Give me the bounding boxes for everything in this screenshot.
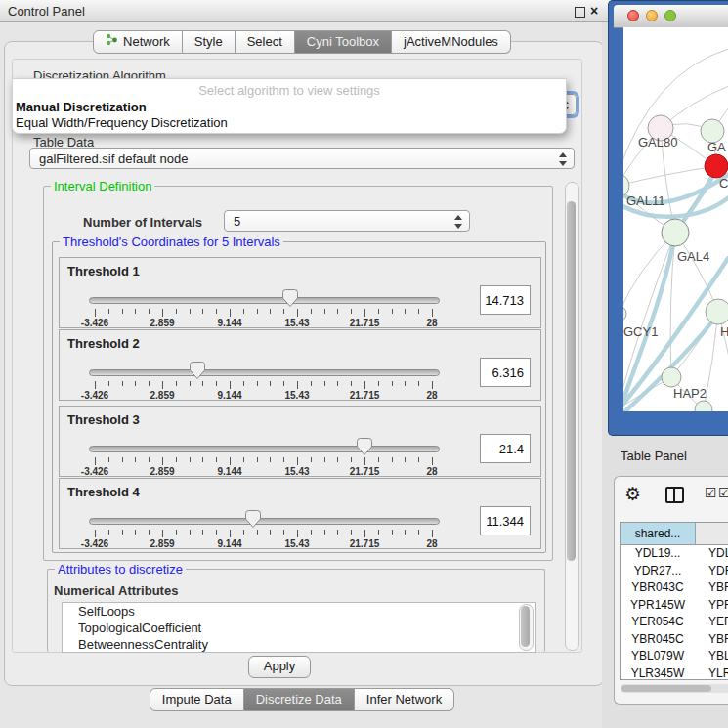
- node-label-gal11: GAL11: [626, 193, 665, 208]
- interval-definition-title: Interval Definition: [51, 179, 154, 193]
- slider-scale: -3.4262.8599.14415.4321.71528: [95, 381, 432, 399]
- network-window: GAL80 GA C GAL11 GAL4 GCY1 H HAP2: [608, 0, 728, 436]
- node-label-ga-clipped: GA: [707, 140, 726, 154]
- node-gal4[interactable]: [662, 219, 689, 246]
- node-right-h[interactable]: [706, 299, 728, 324]
- table-row[interactable]: YBL079WYBL0: [621, 648, 728, 665]
- slider-track: [89, 518, 440, 525]
- node-red-selected[interactable]: [705, 154, 728, 178]
- node-table[interactable]: shared... n YDL19...YDL1 YDR27...YDR2 YB…: [620, 522, 728, 680]
- threshold-2-label: Threshold 2: [67, 336, 140, 351]
- slider-scale: -3.4262.8599.14415.4321.71528: [95, 457, 432, 475]
- apply-button[interactable]: Apply: [248, 656, 311, 678]
- thresholds-title: Threshold's Coordinates for 5 Intervals: [60, 235, 283, 249]
- network-canvas[interactable]: GAL80 GA C GAL11 GAL4 GCY1 H HAP2: [623, 27, 728, 411]
- tab-infer-network[interactable]: Infer Network: [355, 688, 454, 711]
- gear-icon[interactable]: ⚙: [624, 483, 641, 505]
- node-bottom[interactable]: [695, 401, 712, 411]
- dropdown-hint: Select algorithm to view settings: [13, 83, 566, 98]
- table-data-combobox[interactable]: galFiltered.sif default node: [29, 148, 575, 169]
- list-item[interactable]: BetweennessCentrality: [63, 636, 535, 653]
- interval-definition-group: Interval Definition Number of Intervals …: [43, 186, 553, 561]
- number-of-intervals-combobox[interactable]: 5: [224, 210, 470, 232]
- node-label-gcy1: GCY1: [623, 324, 658, 339]
- split-columns-icon[interactable]: [665, 487, 684, 503]
- threshold-3-slider[interactable]: -3.4262.8599.14415.4321.71528: [89, 442, 438, 475]
- node-gcy1[interactable]: [623, 306, 626, 321]
- table-row[interactable]: YDL19...YDL1: [621, 545, 728, 563]
- threshold-3-panel: Threshold 3 -3.4262.8599.14415.4321.7152…: [59, 406, 541, 477]
- dropdown-option-manual[interactable]: Manual Discretization: [16, 100, 147, 114]
- attributes-group: Attributes to discretize Numerical Attri…: [47, 569, 545, 652]
- checkbox-icon[interactable]: ☑: [718, 485, 728, 500]
- node-label-gal4: GAL4: [677, 249, 709, 264]
- slider-thumb[interactable]: [357, 438, 372, 455]
- tab-select[interactable]: Select: [236, 30, 295, 54]
- zoom-traffic-light-icon[interactable]: [664, 10, 676, 21]
- bottom-tab-bar: Impute Data Discretize Data Infer Networ…: [0, 688, 604, 711]
- numerical-attributes-list[interactable]: SelfLoops TopologicalCoefficient Between…: [62, 602, 536, 653]
- number-of-intervals-value: 5: [234, 214, 240, 229]
- algorithm-dropdown-popup: Select algorithm to view settings Manual…: [12, 78, 567, 134]
- node-hap2[interactable]: [662, 367, 681, 387]
- tab-style[interactable]: Style: [183, 30, 236, 54]
- threshold-4-value-input[interactable]: [480, 506, 531, 535]
- tab-label: Style: [194, 31, 223, 53]
- threshold-2-slider[interactable]: -3.4262.8599.14415.4321.71528: [89, 365, 438, 399]
- dropdown-option-equal-width[interactable]: Equal Width/Frequency Discretization: [16, 115, 228, 130]
- threshold-1-panel: Threshold 1 -3.4262.8599.14415.4321.7152…: [59, 257, 541, 328]
- number-of-intervals-label: Number of Intervals: [83, 215, 202, 230]
- tab-cyni-toolbox[interactable]: Cyni Toolbox: [295, 30, 392, 54]
- slider-thumb[interactable]: [282, 289, 298, 307]
- tab-network[interactable]: Network: [93, 30, 183, 54]
- table-row[interactable]: YBR043CYBR0: [621, 579, 728, 597]
- network-graph: GAL80 GA C GAL11 GAL4 GCY1 H HAP2: [623, 27, 728, 411]
- threshold-1-slider[interactable]: -3.4262.8599.14415.4321.71528: [89, 293, 438, 326]
- slider-scale: -3.4262.8599.14415.4321.71528: [95, 309, 432, 326]
- threshold-1-value-input[interactable]: [480, 285, 531, 315]
- minimize-traffic-light-icon[interactable]: [646, 10, 658, 21]
- table-panel: ⚙ ☑ ☑ shared... n YDL19...YDL1 YDR27...Y…: [614, 476, 728, 705]
- slider-thumb[interactable]: [245, 510, 261, 528]
- close-panel-icon[interactable]: ×: [590, 3, 598, 19]
- threshold-3-label: Threshold 3: [67, 412, 140, 427]
- threshold-3-value-input[interactable]: [480, 434, 531, 463]
- threshold-1-label: Threshold 1: [67, 264, 140, 278]
- tab-jactivemnodules[interactable]: jActiveMNodules: [392, 30, 511, 54]
- combo-stepper-icon: [558, 152, 567, 166]
- tab-impute-data[interactable]: Impute Data: [150, 688, 244, 711]
- table-row[interactable]: YDR27...YDR2: [621, 563, 728, 580]
- tab-label: Impute Data: [162, 689, 232, 710]
- slider-thumb[interactable]: [190, 362, 205, 379]
- threshold-2-panel: Threshold 2 -3.4262.8599.14415.4321.7152…: [59, 329, 541, 401]
- tab-label: Discretize Data: [256, 689, 342, 710]
- node-label-gal80: GAL80: [638, 135, 677, 150]
- threshold-4-panel: Threshold 4 -3.4262.8599.14415.4321.7152…: [59, 478, 541, 549]
- network-icon: [106, 31, 118, 53]
- checkbox-icon[interactable]: ☑: [705, 485, 717, 500]
- threshold-4-slider[interactable]: -3.4262.8599.14415.4321.71528: [89, 514, 438, 547]
- list-item[interactable]: SelfLoops: [63, 603, 535, 620]
- settings-scrollbar[interactable]: [565, 182, 579, 651]
- table-row[interactable]: YLR345WYLR3: [621, 665, 728, 681]
- tab-discretize-data[interactable]: Discretize Data: [244, 688, 355, 711]
- network-window-titlebar: [614, 5, 728, 28]
- column-header-shared-name[interactable]: shared...: [621, 523, 696, 544]
- table-row[interactable]: YPR145WYPR1: [621, 597, 728, 615]
- threshold-2-value-input[interactable]: [480, 358, 531, 387]
- threshold-4-label: Threshold 4: [67, 485, 140, 499]
- tab-label: Select: [247, 31, 282, 53]
- float-panel-icon[interactable]: [575, 7, 585, 18]
- tab-label: Infer Network: [366, 689, 442, 710]
- node-label-hap2: HAP2: [673, 386, 707, 401]
- top-tab-bar: Network Style Select Cyni Toolbox jActiv…: [0, 30, 604, 54]
- list-item[interactable]: TopologicalCoefficient: [63, 620, 535, 636]
- list-scrollbar[interactable]: [519, 604, 534, 651]
- slider-track: [89, 369, 440, 376]
- table-row[interactable]: YER054CYER0: [621, 614, 728, 631]
- slider-track: [89, 446, 440, 452]
- close-traffic-light-icon[interactable]: [627, 10, 639, 21]
- column-header-name[interactable]: n: [696, 523, 728, 544]
- table-horizontal-scrollbar[interactable]: [621, 684, 728, 693]
- table-row[interactable]: YBR045CYBR0: [621, 631, 728, 649]
